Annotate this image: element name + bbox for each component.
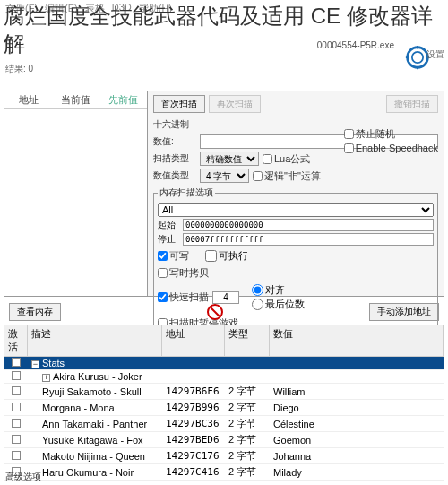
th-description[interactable]: 描述 <box>28 325 162 356</box>
th-type[interactable]: 类型 <box>225 325 270 356</box>
value-type-label: 数值类型 <box>153 169 196 182</box>
row-type: 2 字节 <box>225 448 270 463</box>
col-current-value[interactable]: 当前值 <box>52 91 99 108</box>
table-row[interactable]: Haru Okumura - Noir 14297C416 2 字节 Milad… <box>4 464 444 481</box>
table-row[interactable]: Ann Takamaki - Panther 14297BC36 2 字节 Cé… <box>4 416 444 432</box>
row-desc: Stats <box>42 358 65 368</box>
menu-file[interactable]: 文件(F) <box>5 2 38 15</box>
row-addr: 14297BC36 <box>162 417 225 430</box>
cow-checkbox[interactable] <box>158 268 168 278</box>
cow-label: 写时拷贝 <box>169 266 209 280</box>
menu-bar: 文件(F) 编辑(E) 表格 D3D 帮助(H) <box>0 0 448 17</box>
lua-formula-checkbox[interactable] <box>263 154 272 164</box>
row-desc: Ryuji Sakamoto - Skull <box>28 385 162 398</box>
row-activate-checkbox[interactable] <box>12 419 21 428</box>
align-radio[interactable] <box>252 284 263 296</box>
th-active[interactable]: 激活 <box>4 325 28 356</box>
row-addr: 14297B996 <box>162 401 225 414</box>
row-type: 2 字节 <box>225 464 270 480</box>
row-value: Johanna <box>270 450 444 463</box>
view-memory-button[interactable]: 查看内存 <box>9 303 61 321</box>
advanced-options-button[interactable]: 高级选项 <box>5 471 41 483</box>
menu-edit[interactable]: 编辑(E) <box>45 2 78 15</box>
table-row[interactable]: Yusuke Kitagawa - Fox 14297BED6 2 字节 Goe… <box>4 432 444 448</box>
table-row[interactable]: −Stats <box>4 357 444 370</box>
stop-label: 停止 <box>158 233 179 246</box>
row-activate-checkbox[interactable] <box>12 435 21 444</box>
result-count-label: 结果: 0 <box>5 63 33 75</box>
collapse-icon[interactable]: − <box>31 360 39 368</box>
value-type-select[interactable]: 4 字节 <box>200 169 249 183</box>
row-activate-checkbox[interactable] <box>12 451 21 460</box>
row-activate-checkbox[interactable] <box>12 403 21 411</box>
enable-speedhack-checkbox[interactable] <box>344 143 354 153</box>
row-addr: 14297C416 <box>162 465 225 479</box>
row-desc: Morgana - Mona <box>28 402 162 414</box>
attached-process-name[interactable]: 00004554-P5R.exe <box>317 40 394 50</box>
row-type: 2 字节 <box>225 481 270 481</box>
row-addr: 14297C176 <box>162 449 225 463</box>
table-row[interactable]: Morgana - Mona 14297B996 2 字节 Diego <box>4 400 444 416</box>
row-addr <box>162 376 225 377</box>
executable-label: 可执行 <box>219 249 248 263</box>
row-activate-checkbox[interactable] <box>12 358 21 367</box>
results-list[interactable] <box>4 109 147 296</box>
memory-region-select[interactable]: All <box>158 203 434 217</box>
next-scan-button: 再次扫描 <box>209 95 261 113</box>
memory-scan-options: 内存扫描选项 All 起始 停止 可写 可执行 写时拷贝 快速扫描 对齐 <box>153 186 438 334</box>
scan-type-select[interactable]: 精确数值 <box>200 152 259 166</box>
start-address-input[interactable] <box>183 219 434 231</box>
stop-address-input[interactable] <box>183 233 434 246</box>
table-row[interactable]: +Akira Kurusu - Joker <box>4 370 444 384</box>
th-address[interactable]: 地址 <box>162 325 225 356</box>
col-address[interactable]: 地址 <box>4 91 52 108</box>
executable-checkbox[interactable] <box>205 250 217 262</box>
memory-options-label: 内存扫描选项 <box>158 186 215 199</box>
menu-d3d[interactable]: D3D <box>112 2 132 15</box>
start-label: 起始 <box>158 219 179 231</box>
row-type: 2 字节 <box>225 384 270 399</box>
row-addr: 14297BED6 <box>162 433 225 446</box>
row-type: 2 字节 <box>225 432 270 447</box>
scan-type-label: 扫描类型 <box>153 152 196 165</box>
first-scan-button[interactable]: 首次扫描 <box>153 95 205 113</box>
row-type <box>225 376 270 377</box>
svg-point-1 <box>412 52 423 63</box>
menu-help[interactable]: 帮助(H) <box>139 2 172 15</box>
fast-scan-label: 快速扫描 <box>169 290 209 304</box>
undo-scan-button: 撤销扫描 <box>386 95 438 113</box>
last-digits-radio[interactable] <box>252 299 263 310</box>
fast-scan-value-input[interactable] <box>212 291 239 304</box>
row-value <box>270 376 444 377</box>
lua-formula-label: Lua公式 <box>274 152 310 166</box>
value-label: 数值: <box>153 135 196 148</box>
row-activate-checkbox[interactable] <box>12 386 21 395</box>
disable-random-label: 禁止随机 <box>356 127 395 141</box>
row-value: Célestine <box>270 418 444 430</box>
row-value: Milady <box>270 466 444 479</box>
row-desc: Ann Takamaki - Panther <box>28 418 162 430</box>
svg-point-0 <box>408 48 428 68</box>
expand-icon[interactable]: + <box>42 374 50 382</box>
row-activate-checkbox[interactable] <box>12 371 21 380</box>
row-value: William <box>270 385 444 398</box>
row-desc: Makoto Niijima - Queen <box>28 450 162 463</box>
fast-scan-checkbox[interactable] <box>158 292 168 302</box>
not-calc-label: 逻辑"非"运算 <box>264 169 321 183</box>
row-value: Diego <box>270 402 444 414</box>
table-row[interactable]: Ryuji Sakamoto - Skull 14297B6F6 2 字节 Wi… <box>4 384 444 400</box>
writable-checkbox[interactable] <box>158 251 168 261</box>
disable-random-checkbox[interactable] <box>344 129 354 139</box>
table-row[interactable]: Makoto Niijima - Queen 14297C176 2 字节 Jo… <box>4 448 444 464</box>
writable-label: 可写 <box>169 249 189 263</box>
cheat-table[interactable]: 激活 描述 地址 类型 数值 −Stats +Akira Kurusu - Jo… <box>4 325 444 481</box>
col-previous-value[interactable]: 先前值 <box>99 91 147 108</box>
menu-table[interactable]: 表格 <box>85 2 105 15</box>
not-calc-checkbox[interactable] <box>253 171 263 181</box>
row-value: Goemon <box>270 434 444 446</box>
table-row[interactable]: Futaba Sakura - Oracle 14297C6B6 2 字节 Ne… <box>4 481 444 481</box>
no-entry-icon[interactable] <box>207 304 223 320</box>
settings-button[interactable]: 设置 <box>426 48 444 61</box>
th-value[interactable]: 数值 <box>270 325 444 356</box>
results-panel: 地址 当前值 先前值 <box>4 91 148 296</box>
